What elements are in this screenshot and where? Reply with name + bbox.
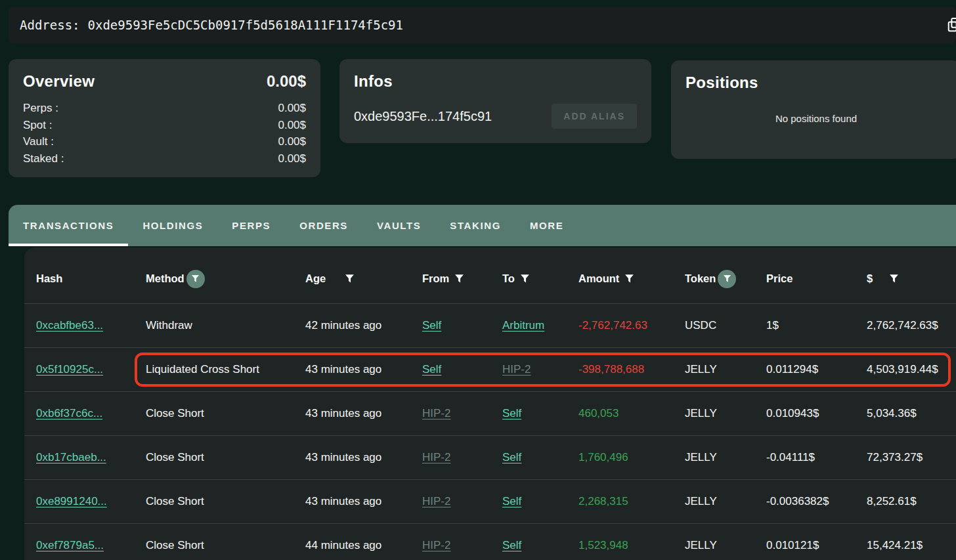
tx-from-link[interactable]: HIP-2 [422,539,450,552]
tx-hash-link[interactable]: 0xcabfbe63... [36,319,103,332]
tx-method: Close Short [146,407,204,420]
transaction-row[interactable]: 0xcabfbe63... Withdraw 42 minutes ago Se… [24,303,956,347]
transaction-row[interactable]: 0xef7879a5... Close Short 44 minutes ago… [24,523,956,560]
filter-funnel-icon[interactable] [454,273,465,284]
overview-row: Vault : 0.00$ [23,133,306,150]
column-header-label: Method [146,272,185,285]
transaction-row[interactable]: 0xe8991240... Close Short 43 minutes ago… [24,479,956,523]
positions-card: Positions No positions found [671,60,956,159]
active-tab-underline [9,244,128,246]
tx-hash-link[interactable]: 0xe8991240... [36,495,107,508]
overview-row-label: Vault : [23,133,54,150]
tx-age: 43 minutes ago [305,363,381,376]
tx-amount: -2,762,742.63 [578,319,647,332]
tx-usd-value: 72,373.27$ [867,451,923,464]
overview-total-value: 0.00$ [267,72,306,91]
tx-to-link[interactable]: HIP-2 [502,363,531,376]
tab[interactable]: PERPS [217,205,285,246]
tab[interactable]: MORE [515,205,578,246]
overview-row-value: 0.00$ [278,133,306,150]
tx-amount: 1,760,496 [578,451,628,464]
overview-card: Overview 0.00$ Perps : 0.00$ Spot : 0.00… [9,59,320,177]
overview-title: Overview [23,72,95,91]
tx-from-link[interactable]: HIP-2 [422,407,450,420]
tx-to-link[interactable]: Arbitrum [502,319,544,332]
transaction-row[interactable]: 0x5f10925c... Liquidated Cross Short 43 … [24,347,956,391]
tx-from-link[interactable]: Self [422,319,441,332]
section-tabbar: TRANSACTIONS HOLDINGS PERPS ORDERS VAULT… [9,205,956,246]
tab-label: PERPS [232,220,271,231]
tx-usd-value: 5,034.36$ [867,407,917,420]
tx-method: Withdraw [146,319,192,332]
add-alias-button[interactable]: ADD ALIAS [552,104,637,129]
column-header-label: Age [305,272,326,285]
tx-amount: 1,523,948 [578,539,628,552]
filter-funnel-icon[interactable] [888,273,900,284]
tx-age: 42 minutes ago [305,319,381,332]
tx-amount: 460,053 [578,407,619,420]
tab[interactable]: STAKING [435,205,515,246]
filter-funnel-active-icon[interactable] [718,270,736,288]
tx-usd-value: 15,424.21$ [867,539,923,552]
tx-to-link[interactable]: Self [502,407,521,420]
tx-method: Close Short [146,451,204,464]
tx-usd-value: 4,503,919.44$ [867,363,938,376]
column-header: $ [867,272,956,285]
column-header: From [422,272,502,285]
tx-to-link[interactable]: Self [502,495,521,508]
table-header-row: Hash Method Age [24,248,956,303]
tx-amount: 2,268,315 [578,495,628,508]
tab[interactable]: VAULTS [362,205,435,246]
tab-label: ORDERS [299,220,348,231]
column-header: Price [766,272,867,285]
transaction-row[interactable]: 0xb6f37c6c... Close Short 43 minutes ago… [24,391,956,435]
tx-from-link[interactable]: HIP-2 [422,495,450,508]
tx-price: -0.04111$ [766,451,815,464]
tab[interactable]: ORDERS [285,205,362,246]
tab-label: VAULTS [377,220,421,231]
tx-usd-value: 2,762,742.63$ [867,319,938,332]
tx-from-link[interactable]: Self [422,363,441,376]
filter-funnel-icon[interactable] [344,273,355,284]
overview-row: Spot : 0.00$ [23,117,306,134]
transaction-row[interactable]: 0xb17cbaeb... Close Short 43 minutes ago… [24,435,956,479]
tx-hash-link[interactable]: 0xb17cbaeb... [36,451,106,464]
tx-token: JELLY [685,407,717,420]
tx-hash-link[interactable]: 0xb6f37c6c... [36,407,102,420]
tx-amount: -398,788,688 [578,363,644,376]
filter-funnel-icon[interactable] [519,273,531,284]
tx-price: 0.010943$ [766,407,819,420]
tx-hash-link[interactable]: 0x5f10925c... [36,363,103,376]
filter-funnel-active-icon[interactable] [186,270,205,288]
tx-to-link[interactable]: Self [502,451,521,464]
tx-hash-link[interactable]: 0xef7879a5... [36,539,104,552]
transactions-panel: Hash Method Age [24,248,956,560]
tx-token: JELLY [685,451,717,464]
tab-label: HOLDINGS [142,220,203,231]
column-header: Token [685,270,766,288]
tab[interactable]: HOLDINGS [128,205,217,246]
filter-funnel-icon[interactable] [624,273,635,284]
overview-row-value: 0.00$ [278,100,306,117]
column-header-label: Amount [578,272,619,285]
tx-usd-value: 8,252.61$ [867,495,917,508]
overview-row-value: 0.00$ [278,117,306,134]
tx-method: Liquidated Cross Short [146,363,259,376]
tx-age: 43 minutes ago [305,407,381,420]
tx-from-link[interactable]: HIP-2 [422,451,450,464]
column-header: Age [305,272,422,285]
copy-icon[interactable] [947,17,956,33]
tx-to-link[interactable]: Self [502,539,521,552]
overview-row-value: 0.00$ [278,150,306,167]
infos-title: Infos [354,72,637,91]
tab-label: MORE [530,220,563,231]
table-body: 0xcabfbe63... Withdraw 42 minutes ago Se… [24,303,956,560]
tab[interactable]: TRANSACTIONS [9,205,128,246]
tx-price: -0.0036382$ [766,495,829,508]
column-header-label: To [502,272,515,285]
address-value: 0xde9593Fe5cDC5Cb0917f5d5618A111F1174f5c… [88,18,403,32]
address-label: Address: [20,18,80,32]
tx-token: JELLY [685,495,717,508]
tab-label: STAKING [450,220,501,231]
explorer-page: { "address_bar": { "label": "Address:", … [0,0,956,560]
